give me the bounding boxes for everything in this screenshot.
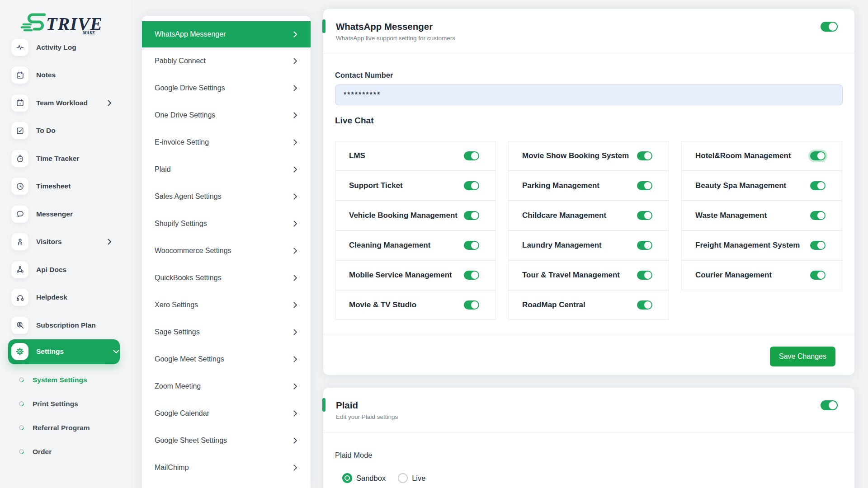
sidebar-item-settings[interactable]: Settings — [8, 339, 120, 364]
module-label: LMS — [349, 151, 365, 160]
live-chat-grid: LMSSupport TicketVehicle Booking Managem… — [335, 141, 843, 320]
whatsapp-enable-toggle[interactable] — [821, 22, 838, 32]
sidebar-item-helpdesk[interactable]: Helpdesk — [0, 284, 131, 312]
radio-unselected-icon[interactable] — [398, 473, 408, 483]
sidebar-subitem-order[interactable]: Order — [0, 440, 131, 464]
sidebar-item-api-docs[interactable]: Api Docs — [0, 256, 131, 284]
module-cell-vehicle-booking-management: Vehicle Booking Management — [335, 201, 496, 230]
header-accent-bar — [322, 19, 326, 33]
sidebar-subitem-label: Print Settings — [33, 400, 78, 408]
clock-icon-box — [11, 178, 28, 195]
sidebar-item-timesheet[interactable]: Timesheet — [0, 173, 131, 201]
sidebar-item-notes[interactable]: Notes — [0, 61, 131, 89]
sidebar-item-activity-log[interactable]: Activity Log — [0, 33, 131, 61]
chevron-right — [293, 112, 297, 118]
sidebar-subitem-referral-program[interactable]: Referral Program — [0, 416, 131, 440]
plaid-mode-option-live[interactable]: Live — [398, 473, 425, 483]
module-toggle-laundry-management[interactable] — [637, 241, 652, 250]
settings-menu-item-sage-settings[interactable]: Sage Settings — [142, 319, 311, 346]
plaid-enable-toggle[interactable] — [821, 400, 838, 410]
module-label: Childcare Management — [522, 211, 606, 220]
plaid-mode-option-label: Sandbox — [356, 474, 386, 483]
module-toggle-tour-travel-management[interactable] — [637, 271, 652, 280]
settings-menu-item-google-drive-settings[interactable]: Google Drive Settings — [142, 75, 311, 102]
plaid-mode-radios: SandboxLive — [342, 473, 843, 483]
module-toggle-waste-management[interactable] — [810, 211, 826, 220]
sidebar-item-visitors[interactable]: Visitors — [0, 228, 131, 256]
settings-menu-item-plaid[interactable]: Plaid — [142, 156, 311, 183]
module-toggle-parking-management[interactable] — [637, 181, 652, 190]
sidebar-item-label: Notes — [36, 71, 56, 79]
settings-menu-item-zoom-meeting[interactable]: Zoom Meeting — [142, 373, 311, 400]
chevron-right — [108, 239, 112, 245]
settings-menu-item-google-meet-settings[interactable]: Google Meet Settings — [142, 346, 311, 373]
settings-menu-item-e-invoice-setting[interactable]: E-invoice Setting — [142, 129, 311, 156]
settings-menu-item-shopify-settings[interactable]: Shopify Settings — [142, 210, 311, 237]
module-label: Movie Show Booking System — [522, 151, 629, 160]
headset-icon-box — [11, 289, 28, 306]
module-toggle-roadmap-central[interactable] — [637, 300, 652, 310]
menu-item-label: QuickBooks Settings — [155, 274, 222, 282]
menu-item-label: Shopify Settings — [155, 220, 207, 228]
contact-number-input[interactable]: ********** — [335, 84, 843, 105]
contact-number-label: Contact Number — [335, 71, 843, 80]
settings-menu-item-xero-settings[interactable]: Xero Settings — [142, 291, 311, 319]
sidebar-item-to-do[interactable]: To Do — [0, 117, 131, 145]
module-toggle-mobile-service-management[interactable] — [464, 271, 479, 280]
module-toggle-beauty-spa-management[interactable] — [810, 181, 826, 190]
module-label: Courier Management — [695, 271, 772, 280]
module-toggle-support-ticket[interactable] — [464, 181, 479, 190]
module-cell-freight-management-system: Freight Management System — [681, 230, 842, 260]
whatsapp-card-title: WhatsApp Messenger — [336, 21, 854, 32]
live-chat-title: Live Chat — [335, 116, 843, 126]
chat-icon-box — [11, 206, 28, 223]
bullet-icon — [18, 376, 25, 384]
settings-menu-item-woocommerce-settings[interactable]: Woocommerce Settings — [142, 237, 311, 264]
chevron-right — [293, 356, 297, 362]
sidebar-item-label: Team Workload — [36, 99, 88, 107]
settings-menu-item-google-sheet-settings[interactable]: Google Sheet Settings — [142, 427, 311, 454]
activity-icon-box — [11, 39, 28, 56]
module-toggle-lms[interactable] — [464, 151, 479, 160]
sidebar-item-messenger[interactable]: Messenger — [0, 200, 131, 228]
plaid-mode-option-sandbox[interactable]: Sandbox — [342, 473, 386, 483]
headset-icon — [16, 293, 24, 302]
module-toggle-cleaning-management[interactable] — [464, 241, 479, 250]
settings-menu-item-whatsapp-messenger[interactable]: WhatsApp Messenger — [142, 21, 311, 47]
chevron-down — [113, 350, 119, 354]
module-cell-parking-management: Parking Management — [508, 171, 669, 201]
module-toggle-childcare-management[interactable] — [637, 211, 652, 220]
save-changes-button[interactable]: Save Changes — [770, 347, 835, 366]
chevron-right — [293, 302, 297, 308]
settings-menu-item-one-drive-settings[interactable]: One Drive Settings — [142, 102, 311, 129]
module-toggle-courier-management[interactable] — [810, 271, 826, 280]
sidebar-subitem-system-settings[interactable]: System Settings — [0, 368, 131, 392]
module-toggle-movie-tv-studio[interactable] — [464, 300, 479, 310]
settings-menu-item-pabbly-connect[interactable]: Pabbly Connect — [142, 47, 311, 75]
settings-menu-item-sales-agent-settings[interactable]: Sales Agent Settings — [142, 183, 311, 210]
module-toggle-vehicle-booking-management[interactable] — [464, 211, 479, 220]
module-label: Tour & Travel Management — [522, 271, 620, 280]
module-toggle-hotel-room-management[interactable] — [810, 151, 826, 160]
menu-item-label: Sales Agent Settings — [155, 192, 222, 201]
settings-menu-item-mailchimp[interactable]: MailChimp — [142, 454, 311, 481]
sidebar-item-time-tracker[interactable]: Time Tracker — [0, 145, 131, 173]
radio-selected-icon[interactable] — [342, 473, 352, 483]
settings-menu-item-google-calendar[interactable]: Google Calendar — [142, 400, 311, 427]
module-cell-movie-tv-studio: Movie & TV Studio — [335, 290, 496, 320]
sidebar-subitem-print-settings[interactable]: Print Settings — [0, 392, 131, 416]
menu-item-label: Woocommerce Settings — [155, 247, 231, 255]
module-cell-cleaning-management: Cleaning Management — [335, 230, 496, 260]
settings-menu-item-quickbooks-settings[interactable]: QuickBooks Settings — [142, 264, 311, 291]
calendar-icon — [16, 99, 24, 107]
module-toggle-freight-management-system[interactable] — [810, 241, 826, 250]
sidebar-item-team-workload[interactable]: Team Workload — [0, 89, 131, 117]
live-chat-column: Hotel&Room ManagementBeauty Spa Manageme… — [681, 141, 842, 320]
chevron-right — [293, 465, 297, 471]
module-toggle-movie-show-booking-system[interactable] — [637, 151, 652, 160]
whatsapp-card-footer: Save Changes — [323, 334, 854, 379]
stopwatch-icon-box — [11, 150, 28, 167]
sidebar-item-label: Api Docs — [36, 266, 66, 274]
plaid-mode-option-label: Live — [412, 474, 425, 483]
sidebar-item-subscription-plan[interactable]: Subscription Plan — [0, 311, 131, 339]
